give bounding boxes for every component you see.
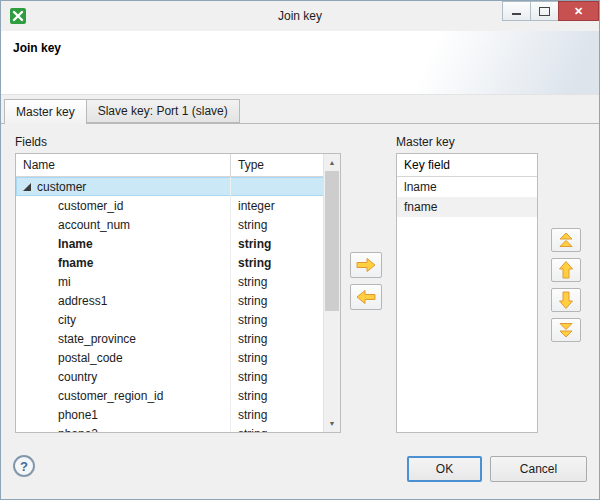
tab-master-key-label: Master key: [16, 105, 75, 119]
help-button[interactable]: ?: [13, 455, 35, 477]
maximize-button[interactable]: [530, 1, 559, 21]
arrow-up-icon: [558, 260, 574, 280]
column-header-name[interactable]: Name: [16, 154, 231, 176]
field-name: mi: [58, 275, 71, 289]
field-row[interactable]: lnamestring: [16, 234, 340, 253]
cancel-button[interactable]: Cancel: [490, 456, 587, 482]
fields-label: Fields: [15, 135, 47, 149]
field-row[interactable]: customer: [16, 177, 340, 196]
tab-slave-key[interactable]: Slave key: Port 1 (slave): [86, 99, 240, 123]
ok-button-label: OK: [436, 462, 453, 476]
field-name: address1: [58, 294, 107, 308]
move-bottom-icon: [559, 322, 573, 338]
app-icon: [10, 8, 26, 24]
move-down-button[interactable]: [551, 288, 581, 312]
field-name: lname: [58, 237, 93, 251]
add-key-button[interactable]: [350, 252, 382, 278]
field-name: postal_code: [58, 351, 123, 365]
ok-button[interactable]: OK: [407, 456, 482, 482]
field-row[interactable]: phone1string: [16, 405, 340, 424]
field-row[interactable]: customer_region_idstring: [16, 386, 340, 405]
key-field-row[interactable]: fname: [397, 197, 537, 217]
field-name: customer: [37, 180, 86, 194]
scroll-track[interactable]: [324, 171, 340, 415]
tab-slave-key-label: Slave key: Port 1 (slave): [98, 104, 228, 118]
field-row[interactable]: address1string: [16, 291, 340, 310]
close-button[interactable]: ✕: [558, 1, 599, 21]
move-bottom-button[interactable]: [551, 318, 581, 342]
tab-rule: [1, 123, 599, 124]
field-name: fname: [58, 256, 93, 270]
join-key-dialog: Join key ✕ Join key Master key Slave key…: [0, 0, 600, 500]
field-row[interactable]: postal_codestring: [16, 348, 340, 367]
arrow-left-icon: [355, 289, 377, 305]
field-name: phone2: [58, 427, 98, 434]
fields-table: Name Type customercustomer_idintegeracco…: [15, 153, 341, 433]
master-key-table: Key field lnamefname: [396, 153, 538, 433]
field-row[interactable]: citystring: [16, 310, 340, 329]
scroll-down-icon[interactable]: ▼: [324, 415, 340, 432]
dialog-header: Join key: [1, 31, 599, 95]
close-icon: ✕: [574, 5, 583, 18]
arrow-right-icon: [355, 257, 377, 273]
fields-scrollbar[interactable]: ▲ ▼: [323, 154, 340, 432]
key-field-row[interactable]: lname: [397, 177, 537, 197]
cancel-button-label: Cancel: [520, 462, 557, 476]
fields-table-header: Name Type: [16, 154, 340, 177]
master-key-label: Master key: [396, 135, 455, 149]
minimize-button[interactable]: [502, 1, 531, 21]
dialog-header-title: Join key: [13, 41, 61, 55]
scroll-up-icon[interactable]: ▲: [324, 154, 340, 171]
tree-expanded-icon[interactable]: [23, 183, 31, 191]
scroll-thumb[interactable]: [325, 171, 339, 311]
field-name: customer_id: [58, 199, 123, 213]
arrow-down-icon: [558, 290, 574, 310]
field-name: account_num: [58, 218, 130, 232]
field-row[interactable]: account_numstring: [16, 215, 340, 234]
maximize-icon: [539, 7, 550, 16]
field-name: phone1: [58, 408, 98, 422]
masterkey-table-body: lnamefname: [397, 177, 537, 217]
minimize-icon: [512, 13, 521, 15]
tab-master-key[interactable]: Master key: [4, 99, 87, 124]
fields-table-body: customercustomer_idintegeraccount_numstr…: [16, 177, 340, 433]
field-name: country: [58, 370, 97, 384]
field-row[interactable]: fnamestring: [16, 253, 340, 272]
field-row[interactable]: state_provincestring: [16, 329, 340, 348]
field-row[interactable]: phone2string: [16, 424, 340, 433]
tab-bar: Master key Slave key: Port 1 (slave): [1, 99, 599, 124]
field-name: customer_region_id: [58, 389, 163, 403]
move-up-button[interactable]: [551, 258, 581, 282]
field-row[interactable]: customer_idinteger: [16, 196, 340, 215]
field-row[interactable]: countrystring: [16, 367, 340, 386]
move-top-icon: [559, 232, 573, 248]
titlebar[interactable]: Join key ✕: [1, 1, 599, 31]
field-row[interactable]: mistring: [16, 272, 340, 291]
field-name: state_province: [58, 332, 136, 346]
move-top-button[interactable]: [551, 228, 581, 252]
remove-key-button[interactable]: [350, 284, 382, 310]
help-icon: ?: [20, 459, 28, 474]
field-name: city: [58, 313, 76, 327]
column-header-key-field[interactable]: Key field: [397, 154, 537, 177]
